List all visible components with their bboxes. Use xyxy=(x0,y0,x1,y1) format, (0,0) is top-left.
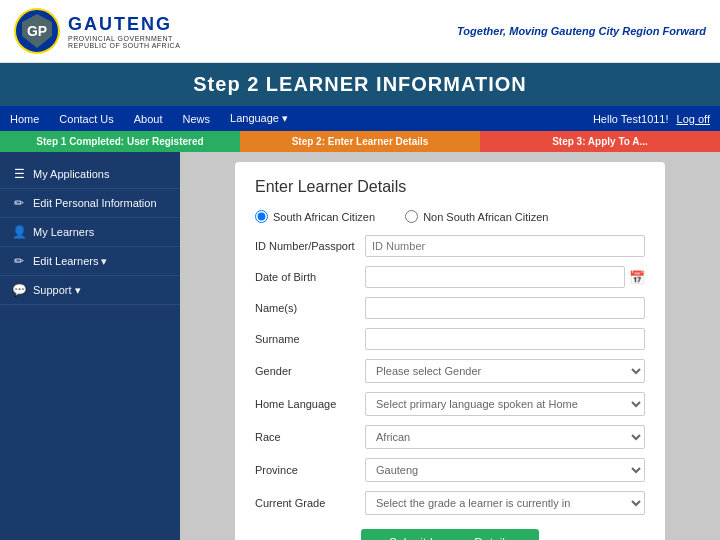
sidebar-item-support[interactable]: 💬 Support ▾ xyxy=(0,276,180,305)
input-province: Gauteng Western Cape KwaZulu-Natal Limpo… xyxy=(365,458,645,482)
nav-contact[interactable]: Contact Us xyxy=(49,106,123,131)
nav-about[interactable]: About xyxy=(124,106,173,131)
logout-link[interactable]: Log off xyxy=(677,113,710,125)
support-icon: 💬 xyxy=(12,283,26,297)
field-grade: Current Grade Select the grade a learner… xyxy=(255,491,645,515)
label-grade: Current Grade xyxy=(255,497,365,509)
sidebar-label-support: Support ▾ xyxy=(33,284,81,297)
field-language: Home Language Select primary language sp… xyxy=(255,392,645,416)
citizenship-sa-label: South African Citizen xyxy=(273,211,375,223)
label-province: Province xyxy=(255,464,365,476)
applications-icon: ☰ xyxy=(12,167,26,181)
field-race: Race African Coloured Indian White xyxy=(255,425,645,449)
input-names xyxy=(365,297,645,319)
step-2: Step 2: Enter Learner Details xyxy=(240,131,480,152)
sidebar-label-edit-learners: Edit Learners ▾ xyxy=(33,255,107,268)
logo-icon: GP xyxy=(14,8,60,54)
header: GP GAUTENG PROVINCIAL GOVERNMENTREPUBLIC… xyxy=(0,0,720,63)
id-input[interactable] xyxy=(365,235,645,257)
logo-name: GAUTENG xyxy=(68,14,180,35)
calendar-icon[interactable]: 📅 xyxy=(629,270,645,285)
sidebar-label-applications: My Applications xyxy=(33,168,109,180)
citizenship-row: South African Citizen Non South African … xyxy=(255,210,645,223)
field-dob: Date of Birth 📅 xyxy=(255,266,645,288)
label-surname: Surname xyxy=(255,333,365,345)
form-title: Enter Learner Details xyxy=(255,178,645,196)
nav-news[interactable]: News xyxy=(173,106,221,131)
label-race: Race xyxy=(255,431,365,443)
field-surname: Surname xyxy=(255,328,645,350)
submit-row: Submit Learner Details xyxy=(255,529,645,540)
logo-text: GAUTENG PROVINCIAL GOVERNMENTREPUBLIC OF… xyxy=(68,14,180,49)
edit-learners-icon: ✏ xyxy=(12,254,26,268)
sidebar-label-edit-personal: Edit Personal Information xyxy=(33,197,157,209)
citizenship-sa[interactable]: South African Citizen xyxy=(255,210,375,223)
nav-left: Home Contact Us About News Language ▾ xyxy=(0,106,298,131)
nav-home[interactable]: Home xyxy=(0,106,49,131)
province-select[interactable]: Gauteng Western Cape KwaZulu-Natal Limpo… xyxy=(365,458,645,482)
grade-select[interactable]: Select the grade a learner is currently … xyxy=(365,491,645,515)
input-id xyxy=(365,235,645,257)
learners-icon: 👤 xyxy=(12,225,26,239)
sidebar: ☰ My Applications ✏ Edit Personal Inform… xyxy=(0,152,180,540)
citizenship-non-sa-radio[interactable] xyxy=(405,210,418,223)
input-race: African Coloured Indian White xyxy=(365,425,645,449)
page-title: Step 2 LEARNER INFORMATION xyxy=(0,63,720,106)
input-language: Select primary language spoken at Home A… xyxy=(365,392,645,416)
step-1: Step 1 Completed: User Registered xyxy=(0,131,240,152)
label-names: Name(s) xyxy=(255,302,365,314)
svg-text:GP: GP xyxy=(27,23,47,39)
field-gender: Gender Please select Gender Male Female xyxy=(255,359,645,383)
nav-bar: Home Contact Us About News Language ▾ He… xyxy=(0,106,720,131)
field-province: Province Gauteng Western Cape KwaZulu-Na… xyxy=(255,458,645,482)
submit-button[interactable]: Submit Learner Details xyxy=(361,529,539,540)
race-select[interactable]: African Coloured Indian White xyxy=(365,425,645,449)
citizenship-non-sa[interactable]: Non South African Citizen xyxy=(405,210,548,223)
sidebar-item-edit-learners[interactable]: ✏ Edit Learners ▾ xyxy=(0,247,180,276)
logo-subtitle: PROVINCIAL GOVERNMENTREPUBLIC OF SOUTH A… xyxy=(68,35,180,49)
gender-select[interactable]: Please select Gender Male Female xyxy=(365,359,645,383)
form-area: Enter Learner Details South African Citi… xyxy=(180,152,720,540)
step-3: Step 3: Apply To A... xyxy=(480,131,720,152)
surname-input[interactable] xyxy=(365,328,645,350)
sidebar-label-learners: My Learners xyxy=(33,226,94,238)
edit-personal-icon: ✏ xyxy=(12,196,26,210)
sidebar-item-edit-personal[interactable]: ✏ Edit Personal Information xyxy=(0,189,180,218)
logo-area: GP GAUTENG PROVINCIAL GOVERNMENTREPUBLIC… xyxy=(14,8,180,54)
sidebar-item-learners[interactable]: 👤 My Learners xyxy=(0,218,180,247)
names-input[interactable] xyxy=(365,297,645,319)
field-id: ID Number/Passport xyxy=(255,235,645,257)
citizenship-non-sa-label: Non South African Citizen xyxy=(423,211,548,223)
input-gender: Please select Gender Male Female xyxy=(365,359,645,383)
label-id: ID Number/Passport xyxy=(255,240,365,252)
label-language: Home Language xyxy=(255,398,365,410)
form-container: Enter Learner Details South African Citi… xyxy=(235,162,665,540)
label-dob: Date of Birth xyxy=(255,271,365,283)
language-select[interactable]: Select primary language spoken at Home A… xyxy=(365,392,645,416)
input-dob: 📅 xyxy=(365,266,645,288)
citizenship-sa-radio[interactable] xyxy=(255,210,268,223)
main-content: ☰ My Applications ✏ Edit Personal Inform… xyxy=(0,152,720,540)
label-gender: Gender xyxy=(255,365,365,377)
date-wrapper: 📅 xyxy=(365,266,645,288)
sidebar-item-applications[interactable]: ☰ My Applications xyxy=(0,160,180,189)
progress-bar: Step 1 Completed: User Registered Step 2… xyxy=(0,131,720,152)
nav-language[interactable]: Language ▾ xyxy=(220,106,298,131)
input-grade: Select the grade a learner is currently … xyxy=(365,491,645,515)
nav-right: Hello Test1011! Log off xyxy=(593,113,720,125)
field-names: Name(s) xyxy=(255,297,645,319)
tagline: Together, Moving Gauteng City Region For… xyxy=(457,25,706,37)
user-greeting: Hello Test1011! xyxy=(593,113,669,125)
dob-input[interactable] xyxy=(365,266,625,288)
input-surname xyxy=(365,328,645,350)
